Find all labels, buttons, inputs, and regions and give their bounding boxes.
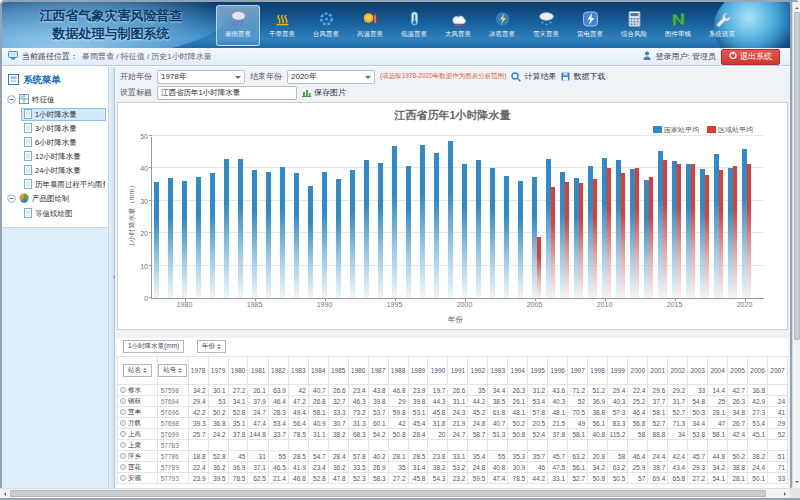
chart-title-input[interactable] (157, 86, 297, 100)
toolbar-item-综合风险[interactable]: 综合风险 (612, 5, 656, 46)
tree-item-24小时降水量[interactable]: 24小时降水量 (21, 164, 106, 177)
bar-regional-2017 (705, 175, 709, 298)
x-tick: 2015 (660, 301, 690, 308)
expand-icon[interactable] (7, 194, 16, 205)
y-tick: 0 (128, 295, 148, 302)
bar-national-1986 (266, 172, 271, 298)
table-area: 1小时降水量(mm) 年份 站名站号1978197919801981198219… (117, 338, 788, 488)
bar-regional-2009 (593, 179, 597, 298)
year-col-header: 2004 (708, 357, 728, 385)
logout-button[interactable]: 退出系统 (721, 49, 780, 65)
table-row-上栗[interactable]: 上栗57783 (118, 440, 788, 451)
x-tick: 2010 (590, 301, 620, 308)
row-radio[interactable] (120, 464, 126, 470)
row-radio[interactable] (120, 475, 126, 481)
row-radio[interactable] (120, 387, 126, 393)
toolbar-item-雪灾普查[interactable]: 雪灾普查 (524, 5, 568, 46)
chart-legend: 国家站平均区域站平均 (653, 125, 753, 135)
download-button[interactable]: 数据下载 (561, 71, 605, 82)
tree-item-等值线绘图[interactable]: 等值线绘图 (21, 207, 106, 220)
risk-icon (627, 9, 642, 28)
tree-item-12小时降水量[interactable]: 12小时降水量 (21, 150, 106, 163)
toolbar-item-高温普查[interactable]: 高温普查 (348, 5, 392, 46)
table-row-万载[interactable]: 万载5769839.336.835.147.453.456.440.930.73… (118, 418, 788, 429)
table-row-莲花[interactable]: 莲花5778922.436.236.937.146.541.923.436.23… (118, 462, 788, 473)
save-image-button[interactable]: 保存图片 (302, 87, 346, 98)
toolbar-item-雷电普查[interactable]: 雷电普查 (568, 5, 612, 46)
code-sort-control[interactable]: 站号 (158, 364, 187, 377)
bar-national-1989 (308, 186, 313, 298)
y-tick: 10 (128, 263, 148, 270)
review-icon (670, 9, 687, 28)
station-sort-control[interactable]: 站名 (123, 364, 152, 377)
chart-title-label: 设置标题 (120, 87, 152, 98)
year-sort-control[interactable]: 年份 (197, 340, 226, 353)
legend-entry: 国家站平均 (653, 125, 699, 135)
row-radio[interactable] (120, 431, 126, 437)
tree-item-历年暴雨过程平均雨量[interactable]: 历年暴雨过程平均雨量 (21, 178, 106, 191)
toolbar-item-冰雹普查[interactable]: 冰雹普查 (480, 5, 524, 46)
toolbar-item-暴雨普查[interactable]: 暴雨普查 (216, 5, 260, 46)
row-radio[interactable] (120, 409, 126, 415)
scroll-right-arrow[interactable] (784, 492, 788, 496)
tree-item-3小时降水量[interactable]: 3小时降水量 (21, 122, 106, 135)
bar-national-2001 (476, 160, 481, 298)
app-title-line2: 数据处理与制图系统 (10, 25, 212, 43)
year-col-header: 1991 (448, 357, 468, 385)
table-row-安福[interactable]: 安福5779323.939.578.562.521.446.852.847.85… (118, 473, 788, 484)
toolbar-item-大风普查[interactable]: 大风普查 (436, 5, 480, 46)
horizontal-scroll-thumb[interactable] (10, 490, 766, 497)
tree-item-1小时降水量[interactable]: 1小时降水量 (21, 108, 106, 121)
tree-group-特征值[interactable]: 特征值 (2, 93, 108, 107)
scroll-down-arrow[interactable] (795, 481, 799, 485)
row-radio[interactable] (120, 453, 126, 459)
power-icon (729, 51, 737, 61)
expand-icon[interactable] (7, 95, 16, 106)
end-year-select[interactable]: 2020年 (287, 70, 375, 84)
tree-group-产品图绘制[interactable]: 产品图绘制 (2, 192, 108, 206)
toolbar-item-低温普查[interactable]: 低温普查 (392, 5, 436, 46)
year-col-header: 1980 (228, 357, 248, 385)
year-col-header: 2005 (728, 357, 748, 385)
scroll-left-arrow[interactable] (2, 492, 6, 496)
table-row-上高[interactable]: 上高5769925.724.237.8144.833.778.531.138.2… (118, 429, 788, 440)
horizontal-scrollbar[interactable] (0, 488, 790, 498)
sidebar-collapse-handle[interactable] (108, 67, 115, 488)
bar-regional-2018 (719, 170, 723, 298)
pie-icon (19, 193, 29, 205)
bar-national-1980 (182, 181, 187, 298)
toolbar-item-系统设置[interactable]: 系统设置 (700, 5, 744, 46)
bar-regional-2019 (733, 166, 737, 298)
table-header-row: 站名站号197819791980198119821983198419851986… (118, 357, 788, 385)
table-row-萍乡[interactable]: 萍乡5778618.852.845315528.554.728.457.840.… (118, 451, 788, 462)
toolbar-item-干旱普查[interactable]: 干旱普查 (260, 5, 304, 46)
row-radio[interactable] (120, 398, 126, 404)
bar-regional-2014 (663, 160, 667, 298)
year-col-header: 2001 (648, 357, 668, 385)
toolbar-item-图件审核[interactable]: 图件审核 (656, 5, 700, 46)
year-col-header: 2002 (668, 357, 688, 385)
page-icon (24, 151, 32, 163)
bar-national-2003 (504, 176, 509, 298)
vertical-scroll-thumb[interactable] (794, 12, 800, 340)
tree-item-6小时降水量[interactable]: 6小时降水量 (21, 136, 106, 149)
bar-regional-2016 (691, 164, 695, 298)
table-row-修水[interactable]: 修水5759834.230.127.226.163.94240.726.623.… (118, 385, 788, 396)
year-col-header: 1987 (368, 357, 388, 385)
scroll-up-arrow[interactable] (795, 5, 799, 9)
year-col-header: 1979 (208, 357, 228, 385)
app-title-line1: 江西省气象灾害风险普查 (10, 7, 212, 25)
start-year-select[interactable]: 1978年 (157, 70, 245, 84)
table-row-铜鼓[interactable]: 铜鼓5769429.45334.137.946.447.226.832.746.… (118, 396, 788, 407)
vertical-scrollbar[interactable] (792, 2, 800, 488)
toolbar-item-台风普查[interactable]: 台风普查 (304, 5, 348, 46)
table-row-宜丰[interactable]: 宜丰5769642.250.252.824.728.349.458.133.37… (118, 407, 788, 418)
row-radio[interactable] (120, 420, 126, 426)
page-icon (24, 179, 32, 191)
calc-button[interactable]: 计算结果 (511, 71, 556, 82)
viewport: 江西省气象灾害风险普查 数据处理与制图系统 暴雨普查干旱普查台风普查高温普查低温… (2, 2, 790, 488)
row-radio[interactable] (120, 442, 126, 448)
bar-regional-2007 (565, 182, 569, 298)
bar-national-2004 (518, 181, 523, 298)
year-range-controls: 开始年份 1978年 结束年份 2020年 (或选取1978-2020年数据作为… (120, 69, 785, 84)
